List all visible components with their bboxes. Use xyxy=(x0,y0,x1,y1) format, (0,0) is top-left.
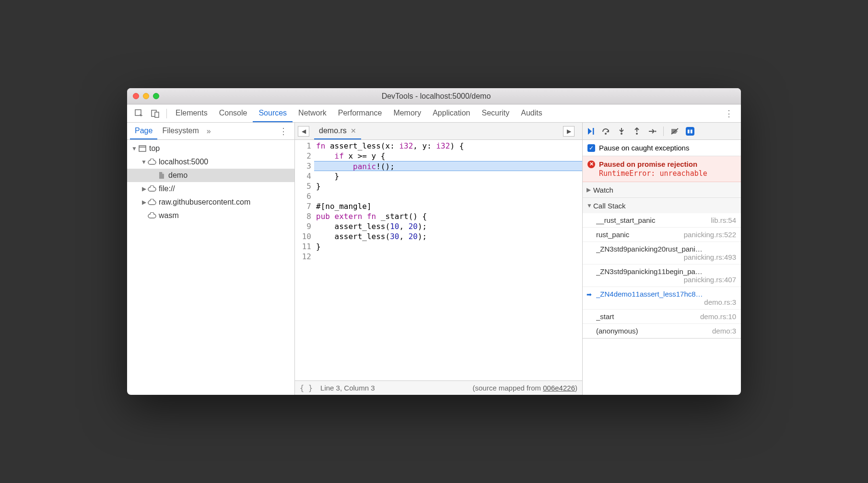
tab-memory[interactable]: Memory xyxy=(387,105,427,122)
debugger-pane: ▮▮ ✓ Pause on caught exceptions ✕ Paused… xyxy=(583,123,741,395)
tree-node-label: raw.githubusercontent.com xyxy=(159,198,250,207)
tab-audits[interactable]: Audits xyxy=(515,105,548,122)
resume-button[interactable] xyxy=(586,127,596,136)
tab-security[interactable]: Security xyxy=(476,105,515,122)
pause-caught-checkbox[interactable]: ✓ xyxy=(587,144,595,152)
watch-label: Watch xyxy=(593,186,613,194)
expand-icon[interactable]: ▼ xyxy=(141,159,147,165)
editor-tabs: ◀ demo.rs ✕ ▶ xyxy=(295,123,582,140)
tree-node[interactable]: ▼top xyxy=(127,142,294,155)
code-line[interactable] xyxy=(314,191,582,201)
navigator-menu-icon[interactable]: ⋮ xyxy=(275,126,292,137)
minimize-window-button[interactable] xyxy=(143,93,149,99)
svg-point-8 xyxy=(636,133,638,135)
pause-caught-row[interactable]: ✓ Pause on caught exceptions xyxy=(583,140,741,156)
file-tab[interactable]: demo.rs ✕ xyxy=(314,123,361,139)
close-window-button[interactable] xyxy=(133,93,139,99)
svg-point-7 xyxy=(621,133,622,135)
expand-icon[interactable]: ▶ xyxy=(141,199,147,206)
tree-node-label: top xyxy=(149,144,160,153)
svg-rect-5 xyxy=(593,128,594,135)
tree-node[interactable]: demo xyxy=(127,169,294,182)
stack-frame[interactable]: _startdemo.rs:10 xyxy=(583,310,741,324)
tab-console[interactable]: Console xyxy=(213,105,253,122)
inspect-icon[interactable] xyxy=(131,107,147,120)
code-line[interactable] xyxy=(314,252,582,262)
tree-node[interactable]: ▶raw.githubusercontent.com xyxy=(127,196,294,209)
callstack-list: __rust_start_paniclib.rs:54rust_panicpan… xyxy=(583,213,741,338)
paused-notice: ✕ Paused on promise rejection RuntimeErr… xyxy=(583,156,741,182)
overflow-menu-icon[interactable]: ⋮ xyxy=(721,108,737,119)
devtools-window: DevTools - localhost:5000/demo ElementsC… xyxy=(127,88,741,395)
cloud-icon xyxy=(147,212,157,219)
code-line[interactable]: assert_less(10, 20); xyxy=(314,221,582,231)
navigator-tab-filesystem[interactable]: Filesystem xyxy=(157,123,203,139)
code-line[interactable]: } xyxy=(314,181,582,191)
zoom-window-button[interactable] xyxy=(153,93,159,99)
stack-loc: lib.rs:54 xyxy=(711,216,736,224)
stack-frame[interactable]: _ZN3std9panicking11begin_pa…panicking.rs… xyxy=(583,264,741,287)
expand-icon[interactable]: ▼ xyxy=(131,145,138,152)
tree-node[interactable]: ▼localhost:5000 xyxy=(127,155,294,169)
current-frame-icon: ➡ xyxy=(586,291,592,298)
expand-icon[interactable]: ▶ xyxy=(141,185,147,192)
code-line[interactable]: fn assert_less(x: i32, y: i32) { xyxy=(314,141,582,151)
code-line[interactable]: pub extern fn _start() { xyxy=(314,211,582,221)
source-map-link[interactable]: 006e4226 xyxy=(543,384,575,392)
svg-point-9 xyxy=(655,130,657,132)
step-into-button[interactable] xyxy=(616,127,627,135)
deactivate-breakpoints-button[interactable] xyxy=(669,127,680,135)
tab-elements[interactable]: Elements xyxy=(170,105,213,122)
tab-performance[interactable]: Performance xyxy=(332,105,388,122)
callstack-label: Call Stack xyxy=(593,202,626,210)
stack-frame[interactable]: __rust_start_paniclib.rs:54 xyxy=(583,213,741,228)
code-line[interactable]: panic!(); xyxy=(314,161,582,171)
navigator-overflow-icon[interactable]: » xyxy=(204,127,214,136)
callstack-section-header[interactable]: ▼ Call Stack xyxy=(583,198,741,213)
watch-section-header[interactable]: ▶ Watch xyxy=(583,182,741,197)
code-line[interactable]: } xyxy=(314,171,582,181)
window-title: DevTools - localhost:5000/demo xyxy=(166,92,706,101)
stack-fn: __rust_start_panic xyxy=(596,216,655,224)
paused-detail: RuntimeError: unreachable xyxy=(599,169,736,178)
svg-point-6 xyxy=(605,133,607,135)
stack-frame[interactable]: _ZN3std9panicking20rust_pani…panicking.r… xyxy=(583,242,741,264)
step-out-button[interactable] xyxy=(632,127,642,135)
svg-rect-3 xyxy=(139,146,146,151)
step-button[interactable] xyxy=(647,128,657,135)
code-line[interactable]: assert_less(30, 20); xyxy=(314,231,582,242)
pretty-print-button[interactable]: { } xyxy=(300,384,313,392)
pause-exceptions-button[interactable]: ▮▮ xyxy=(685,127,695,136)
code-line[interactable]: if x >= y { xyxy=(314,151,582,161)
stack-loc: demo.rs:3 xyxy=(704,298,736,306)
line-gutter: 123456789101112 xyxy=(295,140,314,380)
tree-node-label: file:// xyxy=(159,184,175,193)
code-line[interactable]: } xyxy=(314,242,582,252)
tree-node[interactable]: wasm xyxy=(127,209,294,222)
code-line[interactable]: #[no_mangle] xyxy=(314,201,582,211)
stack-frame[interactable]: (anonymous)demo:3 xyxy=(583,324,741,338)
tab-network[interactable]: Network xyxy=(293,105,332,122)
titlebar: DevTools - localhost:5000/demo xyxy=(127,88,741,104)
code-editor[interactable]: 123456789101112 fn assert_less(x: i32, y… xyxy=(295,140,582,380)
sources-navigator: PageFilesystem » ⋮ ▼top▼localhost:5000de… xyxy=(127,123,295,395)
stack-frame[interactable]: ➡_ZN4demo11assert_less17hc8…demo.rs:3 xyxy=(583,287,741,310)
cloud-icon xyxy=(147,185,157,192)
devtools-tabs: ElementsConsoleSourcesNetworkPerformance… xyxy=(127,104,741,123)
pause-caught-label: Pause on caught exceptions xyxy=(599,144,689,152)
tab-application[interactable]: Application xyxy=(427,105,476,122)
editor-nav-forward-button[interactable]: ▶ xyxy=(563,126,575,137)
step-over-button[interactable] xyxy=(601,127,611,136)
svg-rect-2 xyxy=(155,112,159,117)
navigator-tab-page[interactable]: Page xyxy=(130,123,157,139)
stack-frame[interactable]: rust_panicpanicking.rs:522 xyxy=(583,228,741,242)
stack-fn: (anonymous) xyxy=(596,327,638,335)
stack-fn: _ZN3std9panicking20rust_pani… xyxy=(596,245,703,253)
device-toggle-icon[interactable] xyxy=(147,107,164,120)
tab-sources[interactable]: Sources xyxy=(253,105,293,122)
paused-title: Paused on promise rejection xyxy=(599,160,697,168)
close-tab-icon[interactable]: ✕ xyxy=(351,127,356,135)
editor-nav-back-button[interactable]: ◀ xyxy=(298,126,309,137)
traffic-lights xyxy=(133,93,159,99)
tree-node[interactable]: ▶file:// xyxy=(127,182,294,196)
